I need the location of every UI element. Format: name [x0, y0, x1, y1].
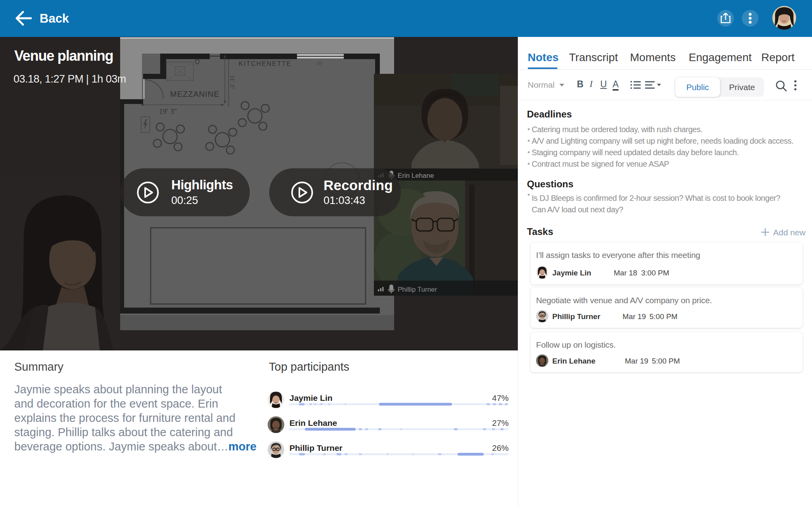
svg-text:KITCHENETTE: KITCHENETTE	[239, 60, 291, 67]
svg-text:11′ 3″: 11′ 3″	[229, 75, 236, 89]
svg-text:Phillip Turner: Phillip Turner	[398, 286, 437, 293]
svg-text:Erin Lehane: Erin Lehane	[398, 172, 434, 179]
svg-text:19′ 3″: 19′ 3″	[159, 107, 177, 115]
svg-text:10′: 10′	[316, 60, 323, 66]
svg-text:MEZZANINE: MEZZANINE	[170, 90, 220, 98]
